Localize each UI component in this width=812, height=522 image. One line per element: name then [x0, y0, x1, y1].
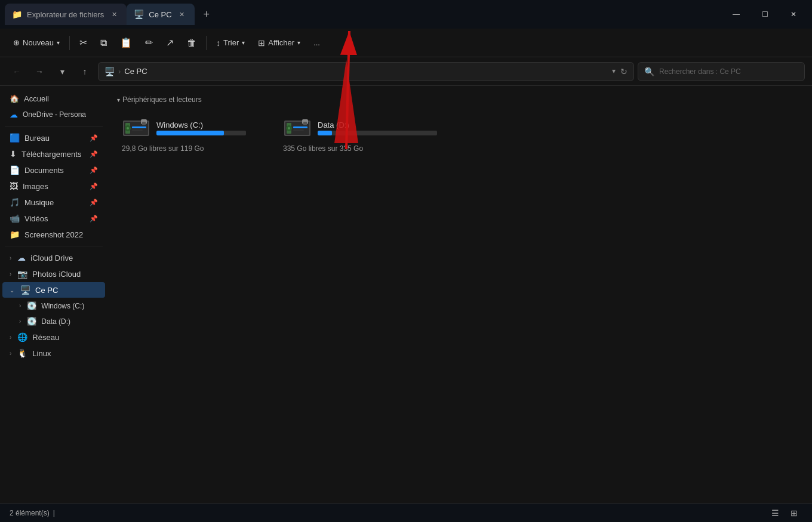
thispc-addr-icon: 🖥️ — [104, 67, 115, 76]
more-button[interactable]: ... — [307, 35, 326, 51]
copy-icon: ⧉ — [100, 38, 107, 48]
sidebar-item-onedrive[interactable]: ☁ OneDrive - Persona — [2, 107, 105, 122]
sidebar-item-reseau[interactable]: › 🌐 Réseau — [2, 329, 105, 345]
pin-icon-documents: 📌 — [90, 166, 98, 174]
delete-button[interactable]: 🗑 — [181, 34, 202, 52]
sidebar-images-label: Images — [23, 182, 48, 191]
drive-d-icon: 💽 — [27, 317, 36, 326]
sidebar-accueil-label: Accueil — [24, 94, 49, 103]
onedrive-icon: ☁ — [10, 110, 18, 119]
afficher-button[interactable]: ⊞ Afficher ▾ — [252, 35, 306, 51]
address-separator: › — [118, 67, 121, 76]
tab-cepc-label: Ce PC — [149, 10, 171, 19]
copy-button[interactable]: ⧉ — [94, 34, 113, 52]
expand-icon-windows: › — [19, 302, 21, 309]
expand-icon-photos: › — [10, 271, 11, 277]
cut-button[interactable]: ✂ — [73, 33, 93, 52]
tab-cepc-close[interactable]: ✕ — [177, 9, 187, 20]
separator-2 — [206, 36, 207, 50]
sidebar-item-videos[interactable]: 📹 Vidéos 📌 — [2, 211, 105, 226]
sidebar-icloud-label: iCloud Drive — [30, 254, 73, 262]
sidebar-item-icloud-drive[interactable]: › ☁ iCloud Drive — [2, 250, 105, 265]
toolbar: ⊕ Nouveau ▾ ✂ ⧉ 📋 ✏ ↗ 🗑 ↕ Trier ▾ ⊞ Affi… — [0, 29, 812, 57]
videos-icon: 📹 — [10, 214, 20, 223]
sidebar-divider-2 — [5, 246, 103, 246]
grid-view-button[interactable]: ⊞ — [786, 506, 802, 520]
address-dropdown[interactable]: ▾ — [612, 67, 616, 76]
status-cursor: | — [53, 509, 55, 517]
rename-button[interactable]: ✏ — [139, 33, 159, 52]
drive-c-visual — [122, 116, 150, 140]
sidebar-item-cepc[interactable]: ⌄ 🖥️ Ce PC — [2, 282, 105, 298]
svg-rect-8 — [142, 122, 146, 125]
search-bar[interactable]: 🔍 Rechercher dans : Ce PC — [638, 62, 805, 81]
delete-icon: 🗑 — [187, 38, 196, 48]
forward-button[interactable]: → — [30, 62, 49, 81]
drive-d-bar-fill — [318, 131, 332, 135]
drive-d-info: 335 Go libres sur 335 Go — [283, 144, 423, 153]
sidebar-telechargements-label: Téléchargements — [21, 150, 81, 159]
tab-explorer[interactable]: 📁 Explorateur de fichiers ✕ — [5, 4, 127, 25]
sidebar-item-musique[interactable]: 🎵 Musique 📌 — [2, 194, 105, 210]
share-button[interactable]: ↗ — [160, 33, 180, 52]
drive-c-bar-fill — [156, 131, 224, 135]
cepc-icon: 🖥️ — [20, 285, 30, 295]
pin-icon-videos: 📌 — [90, 215, 98, 223]
svg-point-4 — [127, 127, 129, 129]
sidebar-item-bureau[interactable]: 🟦 Bureau 📌 — [2, 130, 105, 146]
sidebar-item-linux[interactable]: › 🐧 Linux — [2, 345, 105, 361]
sidebar-windowsc-label: Windows (C:) — [41, 302, 84, 310]
list-view-button[interactable]: ☰ — [767, 506, 783, 520]
sidebar-item-data-d[interactable]: › 💽 Data (D:) — [2, 314, 105, 329]
item-count: 2 élément(s) — [10, 509, 50, 517]
address-bar[interactable]: 🖥️ › Ce PC ▾ ↻ — [98, 62, 634, 81]
sidebar-documents-label: Documents — [24, 166, 64, 175]
sidebar-item-windows-c[interactable]: › 💽 Windows (C:) — [2, 298, 105, 313]
sidebar-reseau-label: Réseau — [32, 333, 59, 342]
computer-icon: 🖥️ — [134, 10, 144, 19]
sidebar-item-telechargements[interactable]: ⬇ Téléchargements 📌 — [2, 146, 105, 162]
documents-icon: 📄 — [10, 165, 20, 175]
folder-icon: 📁 — [12, 10, 22, 19]
drive-card-c[interactable]: Windows (C:) 29,8 Go libres sur 119 Go — [117, 111, 266, 157]
drive-c-bar-container — [156, 131, 246, 135]
recent-button[interactable]: ▾ — [53, 62, 72, 81]
drive-d-header: Data (D:) — [283, 116, 423, 140]
svg-rect-14 — [293, 126, 307, 128]
back-button[interactable]: ← — [7, 62, 26, 81]
home-icon: 🏠 — [10, 94, 19, 103]
sidebar-cepc-label: Ce PC — [35, 286, 58, 295]
drive-d-name: Data (D:) — [318, 121, 437, 129]
pin-icon-musique: 📌 — [90, 199, 98, 206]
maximize-button[interactable]: ☐ — [751, 5, 779, 24]
minimize-button[interactable]: — — [722, 5, 750, 24]
tab-explorer-label: Explorateur de fichiers — [27, 10, 104, 19]
sidebar-item-images[interactable]: 🖼 Images 📌 — [2, 178, 105, 194]
icloud-icon: ☁ — [17, 253, 26, 262]
sidebar-onedrive-label: OneDrive - Persona — [23, 110, 86, 119]
folder-yellow-icon: 📁 — [10, 230, 20, 239]
svg-rect-15 — [293, 129, 304, 131]
tab-explorer-close[interactable]: ✕ — [109, 9, 119, 20]
share-icon: ↗ — [166, 37, 174, 48]
drive-card-d[interactable]: Data (D:) 335 Go libres sur 335 Go — [278, 111, 427, 157]
refresh-button[interactable]: ↻ — [620, 67, 628, 76]
photos-icon: 📷 — [17, 269, 27, 279]
new-tab-button[interactable]: + — [197, 5, 216, 24]
sort-icon: ↕ — [216, 38, 220, 48]
nouveau-button[interactable]: ⊕ Nouveau ▾ — [7, 35, 66, 51]
svg-rect-6 — [132, 129, 143, 131]
sidebar-musique-label: Musique — [24, 198, 54, 207]
close-button[interactable]: ✕ — [780, 5, 807, 24]
tab-cepc[interactable]: 🖥️ Ce PC ✕ — [127, 4, 194, 25]
section-label: ▾ Périphériques et lecteurs — [115, 93, 805, 109]
sidebar-photos-label: Photos iCloud — [32, 270, 81, 279]
sidebar-item-accueil[interactable]: 🏠 Accueil — [2, 91, 105, 106]
sidebar-item-screenshot2022[interactable]: 📁 Screenshot 2022 — [2, 227, 105, 242]
sidebar-item-icloud-photos[interactable]: › 📷 Photos iCloud — [2, 266, 105, 282]
up-button[interactable]: ↑ — [75, 62, 94, 81]
sidebar-item-documents[interactable]: 📄 Documents 📌 — [2, 162, 105, 178]
paste-button[interactable]: 📋 — [114, 33, 138, 52]
drive-c-header: Windows (C:) — [122, 116, 262, 140]
trier-button[interactable]: ↕ Trier ▾ — [210, 35, 251, 51]
